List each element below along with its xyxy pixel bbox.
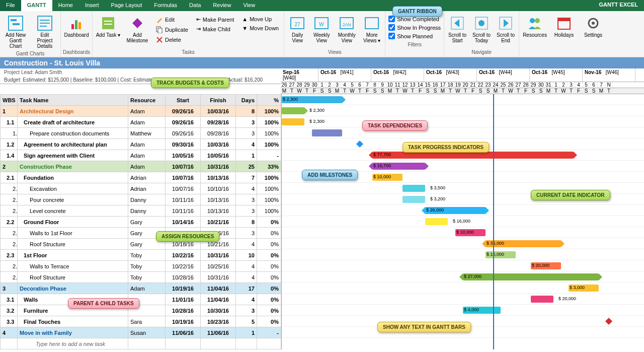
btn-add-task[interactable]: Add Task ▾	[95, 14, 122, 39]
chk-planned[interactable]: Show Planned	[388, 32, 441, 40]
chk-inprogress[interactable]: Show In Progress	[388, 24, 441, 31]
task-row[interactable]: 1.1.1Prepare construction documentsMatth…	[1, 128, 281, 139]
gantt-bar[interactable]: $ 77,700	[372, 152, 574, 159]
col-task[interactable]: Task Name	[18, 95, 128, 106]
task-row[interactable]: 2.1.1ExcavationAdrian10/07/1610/10/16410…	[1, 183, 281, 194]
svg-rect-32	[558, 18, 570, 21]
menu-gantt[interactable]: GANTT	[21, 0, 52, 11]
gantt-bar[interactable]: $ 3,000	[569, 285, 599, 292]
btn-resources[interactable]: Resources	[521, 14, 548, 39]
task-row[interactable]: 1.4Sign agreement with ClientAdam10/05/1…	[1, 150, 281, 161]
btn-dashboard[interactable]: Dashboard	[63, 14, 90, 39]
task-row[interactable]: 2Construction PhaseAdam10/07/1610/31/162…	[1, 161, 281, 172]
btn-scroll-today[interactable]: Scroll to Today	[470, 14, 493, 44]
to-today-icon	[473, 15, 490, 31]
col-days[interactable]: Days	[236, 95, 257, 106]
btn-add-milestone[interactable]: Add Milestone	[124, 14, 151, 44]
timeline-dow: MTWTFSSMTWTFSSMTWTFSSMTWTFSSMTWTFSSMTWTF…	[281, 88, 644, 94]
gantt-bar[interactable]: $ 26,000	[425, 207, 486, 214]
gantt-bar[interactable]: $ 3,500	[403, 185, 425, 192]
gantt-bar[interactable]: $ 16,000	[425, 218, 448, 225]
btn-duplicate[interactable]: Duplicate	[154, 25, 190, 34]
gantt-bar[interactable]	[312, 129, 342, 136]
menu-formulas[interactable]: Formulas	[148, 0, 183, 11]
task-row[interactable]: 3.3Final TouchesSara10/19/1610/23/1650%	[1, 316, 281, 327]
budget-line: Budget: Estimated: $125,000 | Baseline: …	[0, 76, 281, 84]
btn-monthly[interactable]: JANMonthly View	[335, 14, 359, 44]
btn-edit[interactable]: Edit	[154, 15, 190, 24]
col-start[interactable]: Start	[166, 95, 201, 106]
btn-weekly[interactable]: WWeekly View	[310, 14, 333, 44]
gantt-bar[interactable]: $ 10,000	[372, 174, 403, 181]
callout-budgets: TRACK BUDGETS & COSTS	[151, 78, 229, 88]
btn-add-gantt[interactable]: Add New Gantt Chart	[2, 14, 29, 50]
btn-move-up[interactable]: ▲Move Up	[240, 15, 281, 23]
btn-make-parent[interactable]: ⇤Make Parent	[194, 15, 236, 24]
gantt-bar[interactable]: $ 20,000	[531, 262, 561, 269]
btn-more-views[interactable]: More Views ▾	[361, 14, 383, 44]
menu-file[interactable]: File	[0, 0, 21, 11]
btn-edit-project[interactable]: Edit Project Details	[31, 14, 58, 50]
menu-review[interactable]: Review	[207, 0, 237, 11]
btn-delete[interactable]: Delete	[154, 35, 190, 44]
gantt-bar[interactable]: $ 2,300	[282, 118, 304, 125]
svg-rect-10	[102, 17, 114, 29]
svg-point-34	[592, 22, 595, 25]
btn-make-child[interactable]: ⇥Make Child	[194, 25, 236, 33]
col-pct[interactable]: %	[257, 95, 281, 106]
task-row[interactable]: 2.3.1Walls to TerraceToby10/22/1610/25/1…	[1, 261, 281, 272]
task-row[interactable]: 1.2Agreement to architectural planAdam09…	[1, 139, 281, 150]
btn-holidays[interactable]: Holidays	[550, 14, 578, 39]
svg-rect-15	[158, 28, 162, 33]
menu-insert[interactable]: Insert	[79, 0, 105, 11]
milestone-marker[interactable]	[356, 140, 363, 148]
grp-dashboards: Dashboards	[63, 48, 90, 56]
task-grid[interactable]: WBS Task Name Resource Start Finish Days…	[0, 94, 281, 349]
calendar-week-icon: W	[313, 15, 330, 31]
menu-view[interactable]: View	[237, 0, 261, 11]
btn-settings[interactable]: Settings	[580, 14, 607, 39]
milestone-marker[interactable]	[605, 318, 612, 325]
task-row[interactable]: 2.1FoundationAdrian10/07/1610/13/167100%	[1, 172, 281, 183]
task-row[interactable]: 2.2.1Walls to 1st FloorGary10/14/1610/16…	[1, 228, 281, 239]
btn-scroll-start[interactable]: Scroll to Start	[446, 14, 468, 44]
task-row[interactable]: 2.3.2Roof StructureToby10/28/1610/31/164…	[1, 272, 281, 283]
gantt-bar[interactable]: $ 2,300	[282, 96, 342, 103]
project-lead: Project Lead: Adam Smith	[0, 68, 281, 76]
btn-scroll-end[interactable]: Scroll to End	[495, 14, 517, 44]
gantt-bar[interactable]: $ 10,000	[455, 229, 486, 236]
gantt-chart[interactable]: $ 2,300$ 2,300$ 2,300$ 77,700$ 16,700$ 1…	[281, 94, 644, 349]
gantt-bar[interactable]: $ 16,700	[372, 163, 425, 170]
svg-point-30	[535, 18, 540, 23]
task-row[interactable]: 2.1.2Pour concreteDanny10/11/1610/13/163…	[1, 194, 281, 205]
gantt-bar[interactable]: $ 15,000	[486, 251, 516, 258]
gantt-bar[interactable]: $ 4,000	[463, 307, 501, 314]
gantt-bar[interactable]: $ 2,300	[282, 107, 304, 114]
task-row[interactable]: 2.2Ground FloorGary10/14/1610/21/1680%	[1, 217, 281, 228]
task-row[interactable]: 2.31st FloorToby10/22/1610/31/16100%	[1, 250, 281, 261]
col-wbs[interactable]: WBS	[1, 95, 18, 106]
col-finish[interactable]: Finish	[201, 95, 236, 106]
people-icon	[527, 15, 543, 31]
gantt-bar[interactable]: $ 3,200	[403, 196, 425, 203]
callout-deps: TASK DEPENDENCIES	[362, 120, 428, 131]
task-row[interactable]: 3.2Furniture10/28/1610/30/1630%	[1, 305, 281, 316]
gantt-bar[interactable]: $ 27,000	[463, 273, 599, 280]
menu-data[interactable]: Data	[183, 0, 207, 11]
gantt-bar[interactable]: $ 20,000	[531, 296, 553, 303]
task-row[interactable]: 2.1.3Level concreteDanny10/11/1610/13/16…	[1, 205, 281, 217]
task-row[interactable]: 3.1Walls11/01/1611/04/1640%	[1, 294, 281, 305]
btn-move-down[interactable]: ▼Move Down	[240, 24, 281, 32]
svg-rect-1	[11, 19, 17, 21]
task-row[interactable]: 1Architectural DesignAdam09/26/1610/03/1…	[1, 106, 281, 117]
task-row[interactable]: 2.2.2Roof StructureGary10/18/1610/21/164…	[1, 239, 281, 250]
task-row[interactable]: 4Move in with FamilySusan11/06/1611/06/1…	[1, 327, 281, 338]
task-row[interactable]: 3Decoration PhaseAdam10/19/1611/04/16170…	[1, 283, 281, 294]
menu-home[interactable]: Home	[52, 0, 79, 11]
task-row[interactable]: 1.1Create draft of architectureAdam09/26…	[1, 117, 281, 128]
menu-pagelayout[interactable]: Page Layout	[105, 0, 148, 11]
col-resource[interactable]: Resource	[128, 95, 166, 106]
gantt-bar[interactable]: $ 35,000	[486, 240, 561, 247]
btn-daily[interactable]: 27Daily View	[286, 14, 308, 44]
task-row[interactable]: Type here to add a new task	[1, 338, 281, 349]
